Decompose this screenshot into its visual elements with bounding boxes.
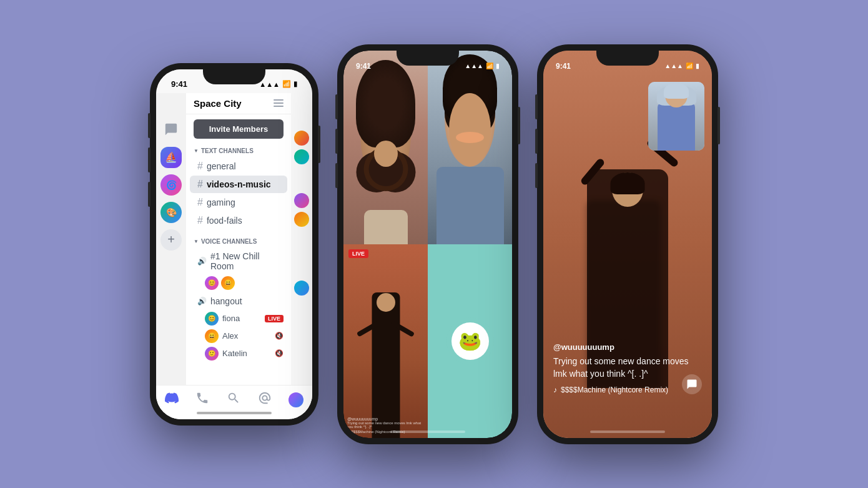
status-icons: ▲▲▲ 📶 ▮ <box>259 80 297 88</box>
chevron-icon: ▼ <box>194 239 199 244</box>
member-sidebar <box>291 93 312 419</box>
server-name: Space City <box>194 98 242 109</box>
pip-person <box>648 82 704 151</box>
phones-container: 9:41 ▲▲▲ 📶 ▮ ⛵ 🌀 🎨 <box>137 32 731 457</box>
status-time-3: 9:41 <box>556 62 571 71</box>
phone3: 9:41 ▲▲▲ 📶 ▮ <box>537 44 718 444</box>
channel-header: Space City <box>186 93 291 114</box>
phone-nav-icon[interactable] <box>195 391 209 408</box>
voice-channels-header: ▼ VOICE CHANNELS <box>186 234 291 247</box>
hash-icon: # <box>197 161 203 172</box>
user-avatar-2: 😄 <box>221 276 235 290</box>
speaker-icon: 🔊 <box>197 257 207 266</box>
server-icon-1[interactable]: ⛵ <box>160 147 182 168</box>
member-avatar-5 <box>294 281 309 296</box>
wifi-icon-2: 📶 <box>486 62 493 69</box>
video-person-3 <box>343 244 428 438</box>
video-cell-4: 🐸 <box>428 244 512 438</box>
hash-icon: # <box>197 215 203 226</box>
fullscreen-info: @wuuuuuuump Trying out some new dance mo… <box>553 342 702 394</box>
home-indicator <box>197 412 272 414</box>
voice-user-alex[interactable]: 😄 Alex 🔇 <box>186 327 291 345</box>
home-indicator-3 <box>590 431 665 433</box>
channel-general[interactable]: # general <box>190 157 287 175</box>
fullscreen-username: @wuuuuuuump <box>553 342 702 352</box>
wifi-icon: 📶 <box>282 80 291 88</box>
search-nav-icon[interactable] <box>227 391 240 408</box>
wifi-icon-3: 📶 <box>686 62 693 69</box>
status-time: 9:41 <box>171 79 187 89</box>
voice-channel-users: 😊 😄 <box>186 275 291 292</box>
channel-gaming[interactable]: # gaming <box>190 194 287 211</box>
server-icon-3[interactable]: 🎨 <box>160 202 182 223</box>
text-channels-header: ▼ TEXT CHANNELS <box>186 144 291 157</box>
katelin-avatar: 🙂 <box>205 347 219 361</box>
menu-icon[interactable] <box>274 99 284 107</box>
voice-user-fiona[interactable]: 😊 fiona LIVE <box>186 310 291 327</box>
voice-channel-hangout[interactable]: 🔊 hangout <box>190 293 287 309</box>
fullscreen-song: ♪ $$$$Machine (Nightcore Remix) <box>553 386 702 394</box>
phone2: 9:41 ▲▲▲ 📶 ▮ <box>337 44 518 444</box>
fullscreen-video: @wuuuuuuump Trying out some new dance mo… <box>543 51 712 438</box>
signal-icon-3: ▲▲▲ <box>664 62 683 69</box>
user-avatar-1: 😊 <box>205 276 219 290</box>
signal-icon-2: ▲▲▲ <box>465 62 483 69</box>
status-time-2: 9:41 <box>356 62 371 71</box>
mic-icon: 🔇 <box>275 332 284 340</box>
add-server-button[interactable]: + <box>160 229 182 251</box>
video-grid: LIVE @wuuuuuuump Trying out some new dan… <box>343 51 512 438</box>
frog-avatar: 🐸 <box>451 322 489 360</box>
video-cell-1 <box>343 51 428 244</box>
hash-icon: # <box>197 197 203 208</box>
live-badge: LIVE <box>265 315 284 322</box>
video-cell-2 <box>428 51 512 244</box>
hash-icon: # <box>197 179 203 190</box>
chat-button[interactable] <box>682 374 702 394</box>
video-person-2 <box>428 51 512 244</box>
channel-food-fails[interactable]: # food-fails <box>190 212 287 229</box>
phone1: 9:41 ▲▲▲ 📶 ▮ ⛵ 🌀 🎨 <box>150 63 318 426</box>
alex-avatar: 😄 <box>205 329 219 343</box>
voice-user-katelin[interactable]: 🙂 Katelin 🔇 <box>186 345 291 362</box>
channel-videos-n-music[interactable]: # videos-n-music <box>190 176 287 193</box>
signal-icon: ▲▲▲ <box>259 81 280 88</box>
mention-nav-icon[interactable] <box>258 391 272 408</box>
member-avatar-3 <box>294 193 309 208</box>
discord-nav-icon[interactable] <box>165 391 179 408</box>
pip-video[interactable] <box>648 82 704 151</box>
video-cell-3: LIVE @wuuuuuuump Trying out some new dan… <box>343 244 428 438</box>
battery-icon-2: ▮ <box>496 62 500 69</box>
server-sidebar: ⛵ 🌀 🎨 + <box>156 93 186 419</box>
mic-icon: 🔇 <box>275 349 284 357</box>
member-avatar-4 <box>294 212 309 227</box>
battery-icon-3: ▮ <box>696 62 699 69</box>
server-icon-2[interactable]: 🌀 <box>160 174 182 196</box>
member-avatar-2 <box>294 149 309 164</box>
invite-members-button[interactable]: Invite Members <box>194 119 284 139</box>
fiona-avatar: 😊 <box>205 312 219 326</box>
fullscreen-caption: Trying out some new dance moves lmk what… <box>553 356 702 380</box>
live-indicator: LIVE <box>348 249 368 258</box>
music-note-icon: ♪ <box>553 386 557 394</box>
speaker-icon: 🔊 <box>197 297 207 306</box>
home-indicator-2 <box>390 431 465 433</box>
voice-channel-new-chill-room[interactable]: 🔊 #1 New Chill Room <box>190 248 287 274</box>
profile-nav-icon[interactable] <box>289 392 303 407</box>
video-person-1 <box>343 51 428 244</box>
member-avatar-1 <box>294 131 309 146</box>
chevron-icon: ▼ <box>194 148 199 154</box>
battery-icon: ▮ <box>293 80 297 88</box>
chat-icon[interactable] <box>160 118 182 141</box>
